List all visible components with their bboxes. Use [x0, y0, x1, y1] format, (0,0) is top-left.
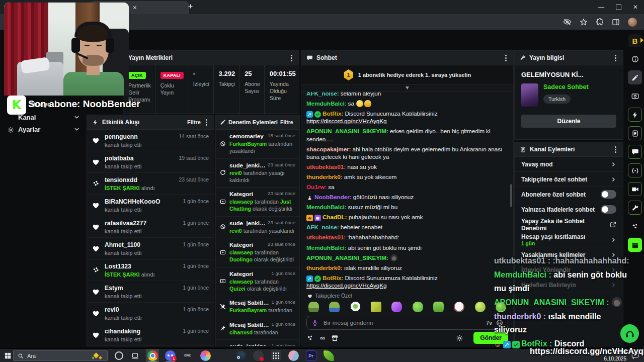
taskbar-app-steam[interactable] — [234, 349, 247, 362]
toggle-switch[interactable] — [601, 190, 616, 199]
notes-icon[interactable] — [628, 126, 642, 140]
taskbar-app-discord[interactable]: 1 — [164, 349, 177, 362]
side-panel-icon[interactable] — [612, 18, 620, 26]
gift-sub-banner[interactable]: 1 1 abonelik hediye ederek 1. sıraya yük… — [301, 65, 513, 85]
taskbar-app-explorer[interactable] — [216, 349, 229, 362]
activity-username: rafasilvaa2277 — [105, 220, 146, 227]
smile-emote[interactable] — [356, 100, 363, 107]
taskbar-app-paint[interactable] — [199, 349, 212, 362]
chevron-down-icon[interactable] — [73, 126, 80, 132]
gear-icon[interactable] — [456, 334, 463, 342]
activity-username: polatbaba — [105, 155, 141, 162]
store-icon[interactable] — [331, 334, 339, 342]
pepe-sad-emote[interactable] — [308, 302, 319, 312]
kick-logo[interactable]: K — [7, 96, 26, 115]
window-minimize-button[interactable]: — — [593, 0, 610, 14]
edit-stream-info-button[interactable]: Düzenle — [521, 115, 616, 128]
star-icon[interactable] — [580, 18, 588, 26]
toggle-switch[interactable] — [601, 205, 616, 214]
avatar[interactable] — [628, 18, 637, 27]
taskbar-app-premiere[interactable]: Pr — [304, 349, 317, 362]
chat-link[interactable]: https://discord.gg/ncVHcAyqKg — [306, 118, 387, 125]
kebab-menu-icon[interactable] — [505, 57, 507, 59]
activity-icon[interactable] — [628, 108, 642, 122]
screen-record-icon[interactable] — [628, 89, 642, 103]
taskbar-search[interactable]: Ara — [13, 350, 108, 361]
seventv-icon[interactable]: 7v — [486, 320, 492, 326]
channel-action-yapay-zeka-ile-sohbet-denetimi[interactable]: Yapay Zeka ile Sohbet Denetimi — [515, 217, 623, 232]
points-icon[interactable] — [628, 219, 642, 233]
taskbar-app-recorder[interactable] — [252, 349, 265, 362]
category-thumbnail[interactable] — [521, 83, 538, 107]
channel-action-yava-mod[interactable]: Yavaş mod — [515, 157, 623, 172]
soundboard-icon[interactable] — [628, 163, 642, 177]
taskbar-app-chrome[interactable] — [146, 349, 159, 362]
sidebar-item-channel[interactable]: Kanal — [18, 114, 36, 121]
chat-icon[interactable] — [628, 145, 642, 159]
chat-input[interactable] — [323, 319, 482, 327]
pray-emote[interactable] — [391, 302, 402, 312]
kebab-menu-icon[interactable] — [206, 122, 207, 123]
status-badge: AÇIK — [128, 72, 146, 79]
kebab-menu-icon[interactable] — [615, 57, 616, 59]
moderation-title-text: Kategori — [229, 241, 266, 248]
channel-points-icon[interactable] — [306, 334, 314, 342]
pepe-party-emote[interactable] — [329, 302, 340, 312]
overlay-chat-line: thunderbrk0 : ıslak mendille siliyoruz — [494, 310, 630, 337]
edit-icon[interactable] — [628, 70, 642, 84]
activity-row-main: cihandakingkanalı takip etti — [105, 328, 141, 342]
status-badge: KAPALI — [160, 72, 184, 79]
activity-filter-button[interactable]: Filtre — [187, 119, 201, 125]
chat-username: utkubektas01: — [306, 234, 347, 241]
channel-action-abonelere-zel-sohbet[interactable]: Abonelere özel sohbet — [515, 187, 623, 202]
sidebar-item-settings[interactable]: Ayarlar — [18, 126, 40, 133]
crown-badge-icon — [306, 215, 313, 221]
chat-scrollbar[interactable] — [510, 184, 512, 207]
channel-action-hesap-ya-k-s-tlamas-[interactable]: Hesap yaşı kısıtlaması1 gün — [515, 232, 623, 247]
taskbar-app-unity[interactable] — [322, 349, 335, 362]
puzzle-icon[interactable] — [596, 18, 604, 26]
blob-happy-emote[interactable] — [413, 302, 423, 312]
taskbar-app-gimp[interactable] — [287, 349, 300, 362]
kebab-menu-icon[interactable] — [615, 149, 616, 150]
clips-icon[interactable] — [628, 238, 642, 252]
mime-emote[interactable] — [350, 302, 361, 312]
video-icon[interactable] — [628, 182, 642, 196]
chat-link[interactable]: https://discord.gg/ncVHcAyqKg — [306, 282, 387, 289]
voice-chat-button[interactable] — [620, 324, 639, 343]
kebab-menu-icon[interactable] — [291, 57, 292, 59]
taskbar-app-epic[interactable]: EPIC — [181, 349, 194, 362]
task-view-button[interactable] — [131, 352, 139, 359]
chat-username: BotRix: — [323, 110, 345, 117]
info-icon[interactable] — [628, 52, 642, 66]
window-maximize-button[interactable] — [610, 0, 627, 14]
channel-action-label: Yavaş mod — [521, 161, 553, 168]
eye-off-icon[interactable] — [563, 18, 572, 26]
category-link[interactable]: Sadece Sohbet — [543, 83, 589, 90]
copilot-button[interactable] — [115, 351, 123, 360]
skull-bloom-emote[interactable] — [454, 302, 464, 312]
metric-value: 25 — [245, 70, 260, 77]
smiley-emote[interactable] — [475, 302, 486, 312]
new-tab-button[interactable] — [187, 3, 194, 10]
mail-emote[interactable] — [371, 302, 381, 312]
channel-action-yaln-zca-ifadelerle-sohbet[interactable]: Yalnızca ifadelerle sohbet — [515, 202, 623, 217]
blob-grr-emote[interactable] — [433, 302, 444, 312]
botrix-logo[interactable]: B — [628, 34, 641, 47]
wave-emote[interactable] — [364, 100, 371, 107]
chevron-down-icon[interactable] — [73, 114, 80, 120]
funnel-icon[interactable] — [405, 85, 410, 91]
epic-icon: EPIC — [183, 350, 193, 361]
monkey-emote[interactable] — [390, 254, 397, 261]
taskbar-app-grid[interactable] — [269, 349, 282, 362]
start-button[interactable] — [4, 352, 12, 359]
tools-icon[interactable] — [628, 201, 642, 215]
activity-title: Etkinlik Akışı — [102, 119, 184, 126]
activity-row-main: Lost1323İSTEK ŞARKI alındı — [105, 263, 155, 278]
moderation-filter-button[interactable]: Filtre — [280, 119, 293, 125]
window-close-button[interactable]: ✕ — [627, 0, 644, 14]
mic-icon[interactable] — [311, 319, 318, 326]
infinity-icon[interactable]: ∞ — [320, 334, 325, 342]
tab-close-icon[interactable] — [132, 5, 137, 10]
channel-action-takip-ilere-zel-sohbet[interactable]: Takipçilere özel sohbet — [515, 172, 623, 187]
